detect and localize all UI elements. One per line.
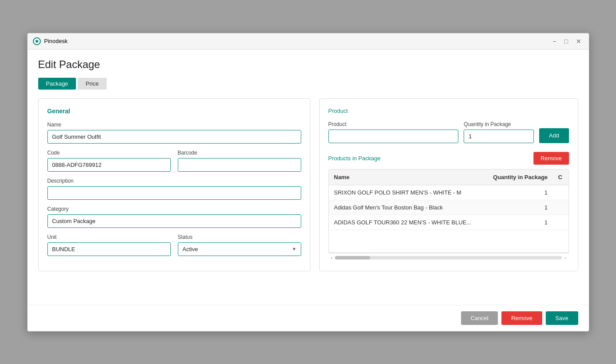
content-area: Edit Package Package Price General Name … (28, 50, 589, 305)
barcode-group: Barcode (178, 150, 301, 172)
product-search-input[interactable] (328, 130, 459, 143)
scrollbar-row: ‹ › (328, 253, 569, 262)
products-table-container: Name Quantity in Package C SRIXON GOLF P… (328, 169, 569, 253)
code-barcode-row: Code Barcode (47, 150, 301, 178)
scroll-track[interactable] (335, 256, 562, 259)
tabs: Package Price (38, 78, 578, 90)
unit-label: Unit (47, 234, 171, 240)
close-button[interactable]: ✕ (574, 37, 584, 46)
main-window: Pinodesk − □ ✕ Edit Package Package Pric… (27, 33, 589, 332)
cell-name: SRIXON GOLF POLO SHIRT MEN'S - WHITE - M (329, 185, 485, 200)
quantity-input-group: Quantity in Package (464, 121, 534, 143)
product-label: Product (328, 121, 459, 127)
cell-qty: 1 (484, 215, 553, 230)
footer: Cancel Remove Save (28, 305, 589, 331)
add-button[interactable]: Add (539, 128, 569, 143)
table-row[interactable]: ADIDAS GOLF TOUR360 22 MEN'S - WHITE BLU… (329, 215, 569, 230)
name-group: Name (47, 122, 301, 144)
products-table: Name Quantity in Package C SRIXON GOLF P… (329, 169, 569, 230)
status-label: Status (178, 234, 301, 240)
save-button[interactable]: Save (546, 311, 578, 325)
page-title: Edit Package (38, 58, 578, 71)
minimize-button[interactable]: − (551, 37, 558, 46)
quantity-input[interactable] (464, 130, 534, 143)
description-input[interactable] (47, 186, 301, 200)
table-row[interactable]: Adidas Golf Men's Tour Boston Bag - Blac… (329, 200, 569, 215)
category-group: Category (47, 206, 301, 228)
cell-name: Adidas Golf Men's Tour Boston Bag - Blac… (329, 200, 485, 215)
product-input-group: Product (328, 121, 459, 143)
scroll-thumb (335, 256, 370, 259)
category-input[interactable] (47, 214, 301, 228)
code-input[interactable] (47, 158, 171, 172)
name-input[interactable] (47, 130, 301, 144)
cell-qty: 1 (484, 200, 553, 215)
category-label: Category (47, 206, 301, 212)
quantity-label: Quantity in Package (464, 121, 534, 127)
general-section-title: General (47, 108, 301, 115)
cell-c (553, 215, 568, 230)
title-bar-left: Pinodesk (33, 37, 68, 45)
col-name: Name (329, 169, 485, 185)
barcode-input[interactable] (178, 158, 301, 172)
cell-c (553, 185, 568, 200)
product-add-row: Product Quantity in Package Add (328, 121, 569, 143)
description-group: Description (47, 178, 301, 200)
status-select[interactable]: Active Inactive (178, 242, 301, 256)
col-qty: Quantity in Package (484, 169, 553, 185)
remove-button[interactable]: Remove (501, 311, 542, 325)
main-area: General Name Code Barcode (38, 98, 578, 271)
cancel-button[interactable]: Cancel (461, 311, 498, 325)
app-name: Pinodesk (44, 38, 68, 44)
right-panel: Product Product Quantity in Package Add (319, 98, 578, 271)
description-label: Description (47, 178, 301, 184)
products-in-package-label: Products in Package (328, 155, 381, 162)
left-panel: General Name Code Barcode (38, 98, 310, 271)
scroll-right-icon[interactable]: › (565, 255, 566, 260)
tab-price[interactable]: Price (78, 78, 107, 90)
cell-c (553, 200, 568, 215)
unit-input[interactable] (47, 242, 171, 256)
table-body: SRIXON GOLF POLO SHIRT MEN'S - WHITE - M… (329, 185, 569, 230)
scroll-left-icon[interactable]: ‹ (331, 255, 333, 260)
name-label: Name (47, 122, 301, 128)
unit-group: Unit (47, 234, 171, 256)
code-group: Code (47, 150, 171, 172)
logo-icon (33, 37, 41, 45)
table-header: Name Quantity in Package C (329, 169, 569, 185)
code-label: Code (47, 150, 171, 156)
maximize-button[interactable]: □ (562, 37, 570, 46)
svg-point-1 (36, 40, 38, 43)
col-c: C (553, 169, 568, 185)
status-select-wrapper: Active Inactive (178, 242, 301, 256)
title-bar-controls: − □ ✕ (551, 37, 584, 46)
unit-status-row: Unit Status Active Inactive (47, 234, 301, 262)
product-section-title: Product (328, 108, 569, 114)
barcode-label: Barcode (178, 150, 301, 156)
remove-product-button[interactable]: Remove (533, 152, 569, 165)
products-in-package-header: Products in Package Remove (328, 152, 569, 165)
table-row[interactable]: SRIXON GOLF POLO SHIRT MEN'S - WHITE - M… (329, 185, 569, 200)
cell-name: ADIDAS GOLF TOUR360 22 MEN'S - WHITE BLU… (329, 215, 485, 230)
status-group: Status Active Inactive (178, 234, 301, 256)
title-bar: Pinodesk − □ ✕ (28, 33, 589, 50)
cell-qty: 1 (484, 185, 553, 200)
tab-package[interactable]: Package (38, 78, 76, 90)
